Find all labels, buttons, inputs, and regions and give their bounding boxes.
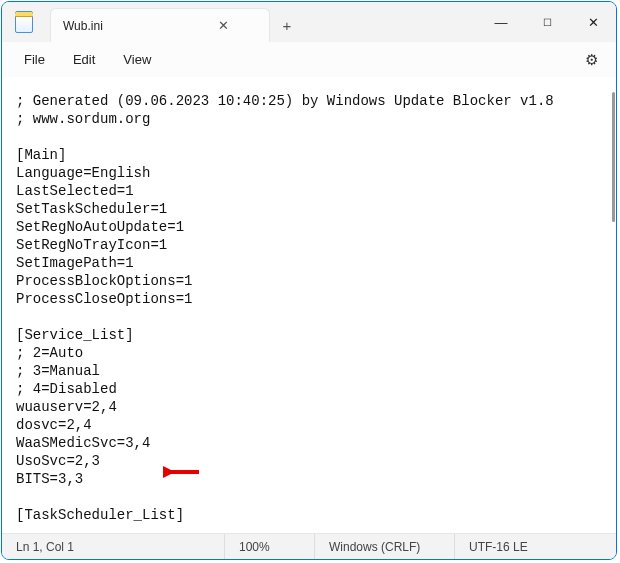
tab-active[interactable]: Wub.ini ✕ [50,8,270,42]
titlebar: Wub.ini ✕ + — ☐ ✕ [2,2,616,42]
editor-area: ; Generated (09.06.2023 10:40:25) by Win… [2,78,616,533]
titlebar-drag-area[interactable] [304,2,478,42]
new-tab-button[interactable]: + [270,8,304,42]
text-editor[interactable]: ; Generated (09.06.2023 10:40:25) by Win… [2,78,610,533]
window-close-button[interactable]: ✕ [570,2,616,42]
gear-icon: ⚙ [585,51,598,68]
plus-icon: + [283,17,292,34]
status-zoom[interactable]: 100% [224,534,314,559]
menubar: File Edit View ⚙ [2,42,616,78]
maximize-icon: ☐ [543,17,552,28]
minimize-button[interactable]: — [478,2,524,42]
status-position: Ln 1, Col 1 [2,534,224,559]
app-icon [2,2,46,42]
close-icon: ✕ [588,15,599,30]
status-line-ending[interactable]: Windows (CRLF) [314,534,454,559]
tab-close-icon[interactable]: ✕ [213,16,234,35]
window-controls: — ☐ ✕ [478,2,616,42]
notepad-icon [15,11,33,33]
menu-file[interactable]: File [14,48,55,71]
menu-edit[interactable]: Edit [63,48,105,71]
maximize-button[interactable]: ☐ [524,2,570,42]
status-encoding[interactable]: UTF-16 LE [454,534,616,559]
tab-title: Wub.ini [63,19,103,33]
menu-view[interactable]: View [113,48,161,71]
settings-button[interactable]: ⚙ [579,47,604,73]
statusbar: Ln 1, Col 1 100% Windows (CRLF) UTF-16 L… [2,533,616,559]
scrollbar-thumb[interactable] [612,92,615,222]
minimize-icon: — [495,15,508,30]
scrollbar-vertical[interactable] [610,78,616,533]
notepad-window: Wub.ini ✕ + — ☐ ✕ File Edit View ⚙ ; Gen… [1,1,617,560]
